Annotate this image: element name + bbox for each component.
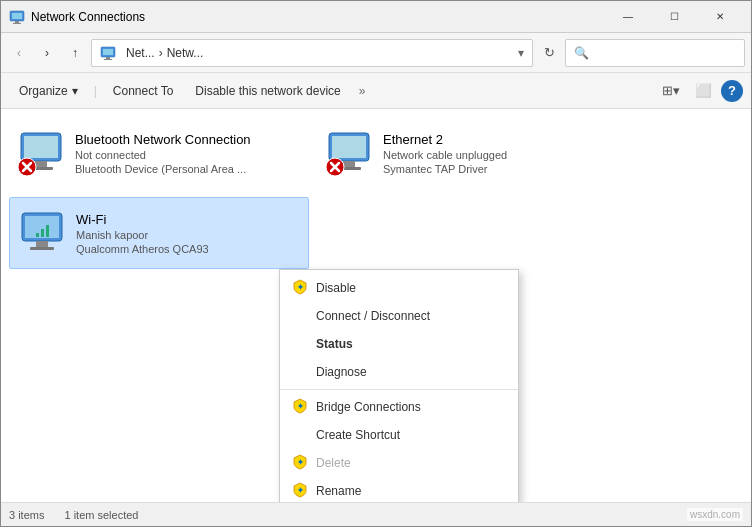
more-button[interactable]: » [353,77,372,105]
watermark: wsxdn.com [687,508,743,521]
svg-rect-27 [41,229,44,237]
context-menu-item[interactable]: ✦ Rename [280,477,518,502]
context-menu: ✦ DisableConnect / DisconnectStatusDiagn… [279,269,519,502]
shield-icon: ✦ [292,454,308,473]
back-button[interactable]: ‹ [7,41,31,65]
network-status: Manish kapoor [76,229,209,241]
address-dropdown[interactable]: ▾ [518,46,524,60]
up-button[interactable]: ↑ [63,41,87,65]
address-bar: ‹ › ↑ Net... › Netw... ▾ ↻ [1,33,751,73]
refresh-button[interactable]: ↻ [537,41,561,65]
pane-icon: ⬜ [695,83,712,98]
menu-item-label: Bridge Connections [316,400,421,414]
context-menu-item[interactable]: Create Shortcut [280,421,518,449]
view-options-button[interactable]: ⊞▾ [657,77,685,105]
title-bar-controls: — ☐ ✕ [605,1,743,33]
view-icon: ⊞ [662,83,673,98]
title-bar: Network Connections — ☐ ✕ [1,1,751,33]
organize-label: Organize [19,84,68,98]
connect-to-button[interactable]: Connect To [103,77,184,105]
svg-text:✦: ✦ [297,486,304,495]
selected-count: 1 item selected [64,509,138,521]
context-menu-item[interactable]: Connect / Disconnect [280,302,518,330]
path-separator: › [159,46,163,60]
menu-item-label: Diagnose [316,365,367,379]
status-bar: 3 items 1 item selected wsxdn.com [1,502,751,526]
address-box[interactable]: Net... › Netw... ▾ [91,39,533,67]
search-input[interactable] [574,46,736,60]
context-menu-separator [280,389,518,390]
forward-button[interactable]: › [35,41,59,65]
network-item[interactable]: Wi-Fi Manish kapoor Qualcomm Atheros QCA… [9,197,309,269]
context-menu-item: ✦ Delete [280,449,518,477]
network-name: Wi-Fi [76,212,209,227]
organize-button[interactable]: Organize ▾ [9,77,88,105]
window-icon [9,9,25,25]
network-info: Bluetooth Network Connection Not connect… [75,132,251,175]
svg-rect-3 [13,23,21,24]
disable-label: Disable this network device [195,84,340,98]
items-count: 3 items [9,509,44,521]
window: Network Connections — ☐ ✕ ‹ › ↑ Net... › [0,0,752,527]
menu-item-label: Create Shortcut [316,428,400,442]
organize-dropdown-icon: ▾ [72,84,78,98]
help-icon: ? [728,83,736,98]
svg-rect-9 [24,136,58,158]
close-button[interactable]: ✕ [697,1,743,33]
svg-text:✦: ✦ [297,402,304,411]
window-title: Network Connections [31,10,605,24]
context-menu-item[interactable]: Diagnose [280,358,518,386]
path-part2: Netw... [167,46,204,60]
svg-rect-16 [332,136,366,158]
maximize-button[interactable]: ☐ [651,1,697,33]
context-menu-item[interactable]: ✦ Disable [280,274,518,302]
menu-item-label: Disable [316,281,356,295]
context-menu-item[interactable]: Status [280,330,518,358]
network-name: Ethernet 2 [383,132,507,147]
toolbar-separator: | [94,84,97,98]
toolbar: Organize ▾ | Connect To Disable this net… [1,73,751,109]
pane-button[interactable]: ⬜ [689,77,717,105]
connect-to-label: Connect To [113,84,174,98]
menu-item-label: Status [316,337,353,351]
menu-item-label: Rename [316,484,361,498]
svg-rect-6 [106,57,110,59]
network-item[interactable]: Bluetooth Network Connection Not connect… [9,117,309,189]
network-status: Network cable unplugged [383,149,507,161]
minimize-button[interactable]: — [605,1,651,33]
svg-rect-28 [46,225,49,237]
svg-text:✦: ✦ [297,458,304,467]
network-info: Ethernet 2 Network cable unplugged Syman… [383,132,507,175]
context-menu-item[interactable]: ✦ Bridge Connections [280,393,518,421]
svg-text:✦: ✦ [297,283,304,292]
toolbar-right: ⊞▾ ⬜ ? [657,77,743,105]
content-area: Bluetooth Network Connection Not connect… [1,109,751,502]
network-status: Not connected [75,149,251,161]
network-icon-wrap [325,129,373,177]
shield-icon: ✦ [292,398,308,417]
menu-item-label: Delete [316,456,351,470]
svg-rect-1 [12,13,22,19]
shield-icon: ✦ [292,279,308,298]
network-adapter: Symantec TAP Driver [383,163,507,175]
svg-rect-5 [103,49,113,55]
network-icon-wrap [18,209,66,257]
network-info: Wi-Fi Manish kapoor Qualcomm Atheros QCA… [76,212,209,255]
disable-button[interactable]: Disable this network device [185,77,350,105]
network-adapter: Bluetooth Device (Personal Area ... [75,163,251,175]
status-icon [17,157,37,177]
svg-rect-2 [15,21,19,23]
network-adapter: Qualcomm Atheros QCA93 [76,243,209,255]
network-icon-wrap [17,129,65,177]
network-name: Bluetooth Network Connection [75,132,251,147]
status-icon [325,157,345,177]
shield-icon: ✦ [292,482,308,501]
search-box[interactable] [565,39,745,67]
address-icon [100,45,116,61]
status-icon [18,237,38,257]
help-button[interactable]: ? [721,80,743,102]
address-path: Net... › Netw... [126,46,514,60]
svg-rect-7 [104,59,112,60]
menu-item-label: Connect / Disconnect [316,309,430,323]
network-item[interactable]: Ethernet 2 Network cable unplugged Syman… [317,117,617,189]
